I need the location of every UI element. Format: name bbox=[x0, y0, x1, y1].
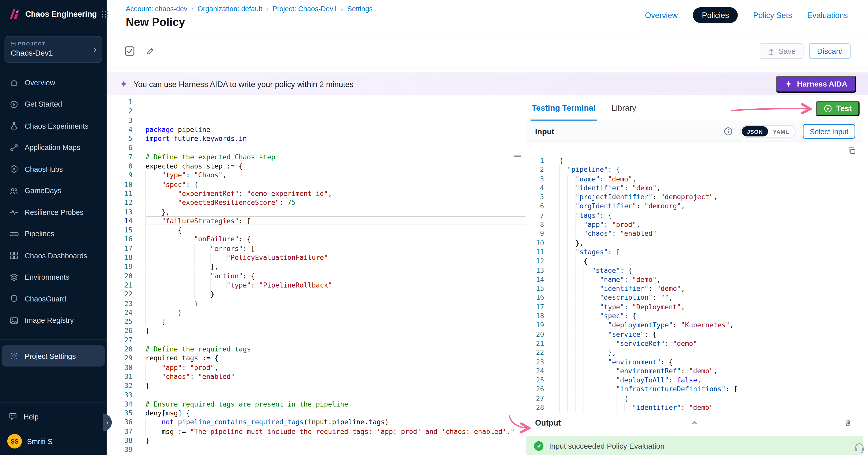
code-line[interactable]: } bbox=[146, 299, 526, 308]
code-line[interactable]: "identifier": "demo" bbox=[559, 403, 863, 412]
code-line[interactable]: ], bbox=[146, 262, 526, 271]
nav-policy-sets[interactable]: Policy Sets bbox=[753, 11, 792, 20]
sidebar-item-overview[interactable]: Overview bbox=[0, 72, 106, 93]
code-line[interactable]: "stage": { bbox=[559, 266, 863, 275]
breadcrumb-link-settings[interactable]: Settings bbox=[347, 5, 373, 13]
code-line[interactable]: "pipeline": { bbox=[559, 165, 863, 174]
code-line[interactable]: not pipeline_contains_required_tags(inpu… bbox=[146, 418, 526, 427]
sidebar-item-application-maps[interactable]: Application Maps bbox=[0, 137, 106, 158]
validate-policy-icon[interactable] bbox=[125, 46, 135, 56]
code-line[interactable]: } bbox=[146, 381, 526, 391]
tab-library[interactable]: Library bbox=[610, 96, 637, 121]
sidebar-item-resilience-probes[interactable]: Resilience Probes bbox=[0, 201, 106, 223]
sidebar-item-get-started[interactable]: Get Started bbox=[0, 93, 106, 115]
code-line[interactable]: "serviceRef": "demo" bbox=[559, 339, 863, 348]
code-line[interactable]: "chaos": "enabled" bbox=[146, 372, 526, 381]
copy-icon[interactable] bbox=[848, 147, 856, 157]
sidebar-item-image-registry[interactable]: Image Registry bbox=[0, 310, 106, 331]
code-line[interactable]: { bbox=[146, 226, 526, 235]
code-line[interactable]: }, bbox=[559, 238, 863, 248]
code-line[interactable]: "service": { bbox=[559, 330, 863, 339]
policy-code[interactable]: package pipelineimport future.keywords.i… bbox=[146, 96, 526, 455]
sidebar-item-chaosguard[interactable]: ChaosGuard bbox=[0, 288, 106, 310]
code-line[interactable]: "type": "Deployment", bbox=[559, 302, 863, 312]
breadcrumb-link-project-chaos-dev1[interactable]: Project: Chaos-Dev1 bbox=[272, 5, 337, 13]
code-line[interactable]: { bbox=[559, 156, 863, 165]
code-line[interactable]: }, bbox=[146, 207, 526, 217]
module-switcher-icon[interactable] bbox=[101, 10, 108, 18]
code-line[interactable] bbox=[146, 391, 526, 400]
sidebar-item-environments[interactable]: Environments bbox=[0, 266, 106, 288]
code-line[interactable]: "environment": { bbox=[559, 357, 863, 366]
code-line[interactable] bbox=[146, 445, 526, 454]
code-line[interactable]: } bbox=[146, 436, 526, 445]
select-input-button[interactable]: Select Input bbox=[803, 124, 855, 139]
project-selector[interactable]: PROJECT Chaos-Dev1 › bbox=[5, 36, 102, 63]
code-line[interactable]: "deployToAll": false, bbox=[559, 376, 863, 385]
code-line[interactable]: "chaos": "enabled" bbox=[559, 229, 863, 238]
harness-aida-button[interactable]: Harness AIDA bbox=[776, 76, 856, 92]
code-line[interactable]: }, bbox=[559, 348, 863, 357]
code-line[interactable]: "infrastructureDefinitions": [ bbox=[559, 385, 863, 394]
code-line[interactable]: "stages": [ bbox=[559, 248, 863, 257]
nav-evaluations[interactable]: Evaluations bbox=[807, 11, 848, 20]
code-line[interactable]: } bbox=[146, 308, 526, 317]
code-line[interactable]: "identifier": "demo", bbox=[559, 184, 863, 193]
code-line[interactable]: "identifier": "demo", bbox=[559, 284, 863, 293]
code-line[interactable]: "onFailure": { bbox=[146, 235, 526, 244]
edit-pencil-icon[interactable] bbox=[146, 46, 155, 56]
sidebar-item-chaos-dashboards[interactable]: Chaos Dashboards bbox=[0, 245, 106, 266]
toggle-yaml[interactable]: YAML bbox=[768, 126, 794, 136]
code-line[interactable]: "description": "", bbox=[559, 293, 863, 302]
code-line[interactable]: # Ensure required tags are present in th… bbox=[146, 400, 526, 409]
chevron-up-icon[interactable] bbox=[690, 418, 699, 427]
code-line[interactable]: expected_chaos_step := { bbox=[146, 162, 526, 171]
code-line[interactable]: "experimentRef": "demo-experiment-id", bbox=[146, 189, 526, 198]
code-line[interactable] bbox=[146, 143, 526, 153]
nav-overview[interactable]: Overview bbox=[645, 11, 678, 20]
policy-code-editor[interactable]: 1234567891011121314151617181920212223242… bbox=[106, 96, 525, 455]
test-button[interactable]: Test bbox=[816, 101, 860, 116]
input-json-editor[interactable]: 1234567891011121314151617181920212223242… bbox=[526, 142, 863, 414]
sidebar-item-gamedays[interactable]: GameDays bbox=[0, 180, 106, 201]
code-line[interactable]: } bbox=[146, 290, 526, 299]
code-line[interactable]: ] bbox=[146, 317, 526, 326]
code-line[interactable]: "projectIdentifier": "demoproject", bbox=[559, 193, 863, 202]
code-line[interactable]: } bbox=[146, 326, 526, 335]
code-line[interactable]: "name": "demo", bbox=[559, 174, 863, 184]
code-line[interactable]: # Define the expected Chaos step bbox=[146, 153, 526, 162]
help-button[interactable]: Help bbox=[0, 406, 106, 427]
code-line[interactable]: "tags": { bbox=[559, 211, 863, 220]
code-line[interactable]: "orgIdentifier": "demoorg", bbox=[559, 202, 863, 211]
code-line[interactable]: "type": "Chaos", bbox=[146, 171, 526, 180]
save-button[interactable]: Save bbox=[760, 43, 804, 59]
sidebar-item-project-settings[interactable]: Project Settings bbox=[2, 345, 105, 367]
nav-policies[interactable]: Policies bbox=[693, 7, 738, 23]
trash-icon[interactable] bbox=[844, 419, 852, 427]
tab-testing-terminal[interactable]: Testing Terminal bbox=[531, 96, 597, 121]
code-line[interactable]: "deploymentType": "Kubernetes", bbox=[559, 321, 863, 330]
code-line[interactable] bbox=[146, 335, 526, 345]
info-icon[interactable] bbox=[724, 127, 733, 136]
code-line[interactable]: "app": "prod", bbox=[559, 220, 863, 229]
code-line[interactable]: "spec": { bbox=[559, 312, 863, 321]
code-line[interactable]: { bbox=[559, 394, 863, 403]
code-line[interactable]: "type": "PipelineRollback" bbox=[146, 281, 526, 290]
code-line[interactable]: required_tags := { bbox=[146, 354, 526, 363]
user-menu[interactable]: SS Smriti S bbox=[0, 427, 106, 455]
code-line[interactable]: { bbox=[559, 257, 863, 266]
sidebar-item-chaos-experiments[interactable]: Chaos Experiments bbox=[0, 115, 106, 137]
code-line[interactable]: msg := "The pipeline must include the re… bbox=[146, 427, 526, 436]
code-line[interactable]: "name": "demo", bbox=[559, 275, 863, 284]
code-line[interactable]: import future.keywords.in bbox=[146, 134, 526, 143]
code-line[interactable]: "failureStrategies": [ bbox=[146, 217, 526, 226]
code-line[interactable]: "expectedResilienceScore": 75 bbox=[146, 198, 526, 207]
code-line[interactable]: "app": "prod", bbox=[146, 363, 526, 372]
code-line[interactable]: "spec": { bbox=[146, 180, 526, 189]
code-line[interactable]: "action": { bbox=[146, 271, 526, 281]
code-line[interactable]: "PolicyEvaluationFailure" bbox=[146, 253, 526, 262]
code-line[interactable]: package pipeline bbox=[146, 125, 526, 134]
breadcrumb-link-organization-default[interactable]: Organization: default bbox=[197, 5, 262, 13]
code-line[interactable]: # Define the required tags bbox=[146, 345, 526, 354]
code-line[interactable]: "environmentRef": "demo", bbox=[559, 366, 863, 376]
